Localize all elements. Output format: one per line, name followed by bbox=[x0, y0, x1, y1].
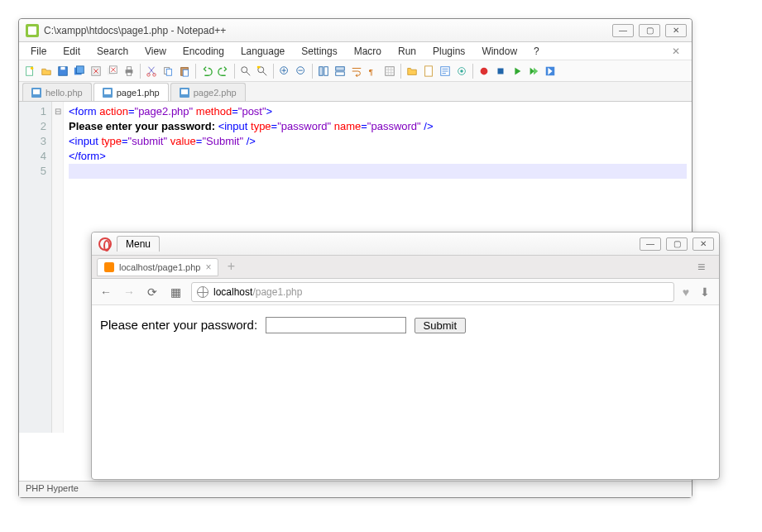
menu-language[interactable]: Language bbox=[234, 44, 291, 59]
tab-close-icon[interactable]: × bbox=[205, 261, 211, 273]
print-icon[interactable] bbox=[122, 64, 137, 79]
document-tabs: hello.php page1.php page2.php bbox=[19, 82, 692, 102]
undo-icon[interactable] bbox=[199, 64, 214, 79]
play-macro-icon[interactable] bbox=[510, 64, 525, 79]
speed-dial-icon[interactable]: ▦ bbox=[168, 285, 183, 300]
password-input[interactable] bbox=[266, 317, 406, 333]
browser-toolbar: ← → ⟳ ▦ localhost/page1.php ♥ ⬇ bbox=[92, 279, 719, 305]
replace-icon[interactable] bbox=[255, 64, 270, 79]
browser-close-button[interactable]: ✕ bbox=[693, 237, 714, 251]
svg-rect-28 bbox=[386, 66, 395, 75]
record-macro-icon[interactable] bbox=[477, 64, 491, 79]
indent-guide-icon[interactable] bbox=[382, 64, 397, 79]
npp-titlebar[interactable]: C:\xampp\htdocs\page1.php - Notepad++ — … bbox=[19, 19, 692, 42]
svg-point-1 bbox=[31, 66, 34, 69]
doc-map-icon[interactable] bbox=[421, 64, 436, 79]
opera-icon bbox=[98, 237, 112, 251]
url-text: localhost/page1.php bbox=[213, 286, 302, 298]
tab-page2-php[interactable]: page2.php bbox=[170, 83, 246, 101]
submit-button[interactable]: Submit bbox=[415, 318, 466, 333]
wrap-icon[interactable] bbox=[349, 64, 364, 79]
svg-rect-15 bbox=[166, 69, 171, 75]
file-icon bbox=[180, 88, 189, 98]
menu-edit[interactable]: Edit bbox=[56, 44, 87, 59]
forward-button[interactable]: → bbox=[122, 285, 137, 300]
reload-button[interactable]: ⟳ bbox=[145, 285, 160, 300]
menu-search[interactable]: Search bbox=[90, 44, 135, 59]
downloads-icon[interactable]: ⬇ bbox=[697, 285, 712, 300]
copy-icon[interactable] bbox=[161, 64, 175, 79]
svg-rect-34 bbox=[498, 68, 504, 74]
browser-tabstrip: localhost/page1.php × + ≡ bbox=[92, 256, 719, 279]
tab-hello-php[interactable]: hello.php bbox=[22, 83, 92, 101]
menu-plugins[interactable]: Plugins bbox=[426, 44, 472, 59]
npp-app-icon bbox=[26, 24, 39, 37]
save-icon[interactable] bbox=[55, 64, 70, 79]
fold-gutter[interactable]: ⊟ bbox=[52, 102, 64, 433]
menu-settings[interactable]: Settings bbox=[295, 44, 343, 59]
file-icon bbox=[31, 88, 41, 98]
back-button[interactable]: ← bbox=[98, 285, 113, 300]
svg-rect-11 bbox=[127, 72, 131, 75]
doc-close-x-icon[interactable]: ✕ bbox=[665, 46, 687, 57]
zoom-out-icon[interactable] bbox=[294, 64, 309, 79]
svg-rect-24 bbox=[324, 66, 328, 75]
browser-tab-page1[interactable]: localhost/page1.php × bbox=[97, 258, 218, 276]
menu-view[interactable]: View bbox=[138, 44, 173, 59]
new-tab-button[interactable]: + bbox=[223, 260, 238, 275]
close-button[interactable]: ✕ bbox=[665, 24, 687, 37]
sync-h-icon[interactable] bbox=[333, 64, 347, 79]
paste-icon[interactable] bbox=[177, 64, 192, 79]
cut-icon[interactable] bbox=[144, 64, 159, 79]
site-info-icon[interactable] bbox=[197, 286, 208, 298]
show-all-chars-icon[interactable]: ¶ bbox=[366, 64, 381, 79]
menu-window[interactable]: Window bbox=[475, 44, 524, 59]
menu-encoding[interactable]: Encoding bbox=[176, 44, 231, 59]
save-macro-icon[interactable] bbox=[543, 64, 558, 79]
stop-macro-icon[interactable] bbox=[493, 64, 508, 79]
save-all-icon[interactable] bbox=[72, 64, 87, 79]
opera-menu-button[interactable]: Menu bbox=[117, 236, 160, 252]
tab-menu-icon[interactable]: ≡ bbox=[697, 260, 714, 275]
redo-icon[interactable] bbox=[216, 64, 231, 79]
zoom-in-icon[interactable] bbox=[277, 64, 292, 79]
play-multi-icon[interactable] bbox=[526, 64, 541, 79]
new-file-icon[interactable] bbox=[22, 64, 37, 79]
svg-rect-26 bbox=[336, 71, 345, 74]
sync-v-icon[interactable] bbox=[316, 64, 331, 79]
bookmark-heart-icon[interactable]: ♥ bbox=[683, 285, 689, 299]
open-file-icon[interactable] bbox=[39, 64, 54, 79]
svg-point-18 bbox=[242, 66, 247, 72]
browser-maximize-button[interactable]: ▢ bbox=[666, 237, 688, 251]
menu-file[interactable]: File bbox=[24, 44, 53, 59]
xampp-favicon-icon bbox=[104, 262, 114, 272]
svg-rect-23 bbox=[319, 66, 323, 75]
browser-minimize-button[interactable]: — bbox=[640, 237, 661, 251]
npp-statusbar: PHP Hyperte bbox=[19, 481, 692, 497]
line-gutter: 1 2 3 4 5 bbox=[19, 102, 52, 433]
password-label: Please enter your password: bbox=[100, 318, 257, 332]
npp-title: C:\xampp\htdocs\page1.php - Notepad++ bbox=[44, 25, 612, 36]
menu-run[interactable]: Run bbox=[391, 44, 423, 59]
tab-page1-php[interactable]: page1.php bbox=[93, 83, 169, 101]
svg-text:¶: ¶ bbox=[369, 66, 373, 75]
close-file-icon[interactable] bbox=[89, 64, 103, 79]
address-bar[interactable]: localhost/page1.php bbox=[191, 282, 674, 302]
svg-rect-17 bbox=[183, 69, 188, 76]
npp-menubar: File Edit Search View Encoding Language … bbox=[19, 42, 692, 60]
file-icon bbox=[103, 88, 113, 98]
maximize-button[interactable]: ▢ bbox=[639, 24, 660, 37]
minimize-button[interactable]: — bbox=[612, 24, 634, 37]
menu-help[interactable]: ? bbox=[527, 44, 546, 59]
close-all-icon[interactable] bbox=[105, 64, 120, 79]
monitor-icon[interactable] bbox=[454, 64, 469, 79]
browser-titlebar[interactable]: Menu — ▢ ✕ bbox=[92, 232, 719, 256]
svg-rect-20 bbox=[257, 65, 261, 68]
folder-tree-icon[interactable] bbox=[405, 64, 419, 79]
svg-rect-29 bbox=[425, 65, 433, 75]
func-list-icon[interactable] bbox=[438, 64, 453, 79]
menu-macro[interactable]: Macro bbox=[347, 44, 388, 59]
page-content: Please enter your password: Submit bbox=[92, 305, 719, 345]
svg-rect-3 bbox=[60, 66, 65, 69]
find-icon[interactable] bbox=[238, 64, 253, 79]
